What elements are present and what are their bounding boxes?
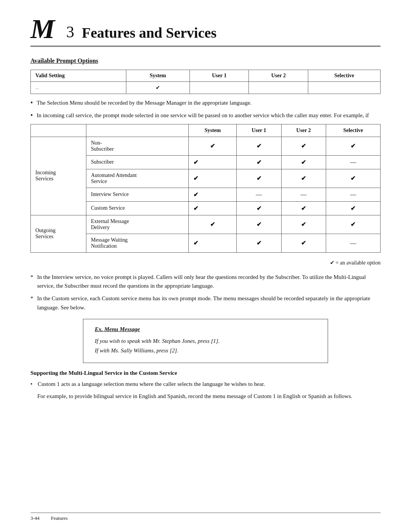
table-row: OutgoingServices External MessageDeliver… — [31, 215, 381, 234]
check-u1: ✔ — [237, 234, 281, 252]
example-box: Ex. Menu Message If you wish to speak wi… — [83, 319, 328, 363]
footnote-text-2: In the Custom service, each Custom servi… — [37, 294, 381, 312]
th-system: System — [189, 124, 237, 137]
col-selective: Selective — [308, 70, 381, 82]
check-u1: ✔ — [237, 215, 281, 234]
legend: ✔ = an available option — [30, 260, 381, 266]
check-u2: ✔ — [281, 169, 326, 188]
th-user1: User 1 — [237, 124, 281, 137]
prompt-options-table: Valid Setting System User 1 User 2 Selec… — [30, 70, 381, 94]
service-automated: Automated AttendantService — [86, 169, 188, 188]
check-sel: ✔ — [326, 137, 380, 155]
check-sel: ✔ — [326, 169, 380, 188]
check-sys: ✔ — [189, 155, 237, 169]
check-u2: ✔ — [281, 201, 326, 215]
check-u1: ✔ — [237, 201, 281, 215]
check-u1: ✔ — [237, 155, 281, 169]
footnote-text-1: In the Interview service, no voice promp… — [37, 273, 381, 291]
th-selective: Selective — [326, 124, 380, 137]
dash-sel: — — [326, 155, 380, 169]
bullet-text-2: In incoming call service, the prompt mod… — [37, 111, 381, 120]
check-u2: ✔ — [281, 215, 326, 234]
bullet-item-1: • The Selection Menu should be recorded … — [30, 99, 381, 107]
col-system: System — [126, 70, 190, 82]
th-service — [86, 124, 188, 137]
check-u1: ✔ — [237, 169, 281, 188]
service-custom: Custom Service — [86, 201, 188, 215]
sub-section-heading: Supporting the Multi-Lingual Service in … — [30, 370, 381, 376]
sub-section-para-2: For example, to provide bilingual servic… — [37, 392, 381, 401]
page-footer: 3-44 Features — [30, 513, 381, 521]
dash-sel: — — [326, 188, 380, 201]
sub-section-text-1: Custom 1 acts as a language selection me… — [38, 381, 265, 387]
check-u2: ✔ — [281, 155, 326, 169]
prompt-row-check: ✔ — [126, 82, 190, 94]
check-u1: ✔ — [237, 137, 281, 155]
bullet-text-1: The Selection Menu should be recorded by… — [37, 99, 381, 107]
sub-section-para-1: • Custom 1 acts as a language selection … — [30, 379, 381, 389]
service-subscriber: Subscriber — [86, 155, 188, 169]
check-u2: ✔ — [281, 137, 326, 155]
footnote-star-1: * — [30, 273, 33, 291]
page: M 3 Features and Services Available Prom… — [0, 0, 411, 532]
check-sel: ✔ — [326, 201, 380, 215]
footnote-section: * In the Interview service, no voice pro… — [30, 273, 381, 312]
service-interview: Interview Service — [86, 188, 188, 201]
group-incoming: IncomingServices — [31, 137, 86, 215]
bullet-section: • The Selection Menu should be recorded … — [30, 99, 381, 120]
dash-sel: — — [326, 234, 380, 252]
check-sys: ✔ — [189, 188, 237, 201]
bullet-sub-dot: • — [30, 381, 32, 387]
example-line-2: If with Ms. Sally Williams, press [2]. — [95, 346, 316, 356]
check-u2: ✔ — [281, 234, 326, 252]
check-sys: ✔ — [189, 137, 237, 155]
service-msg-waiting: Message WaitingNotification — [86, 234, 188, 252]
feature-table: System User 1 User 2 Selective IncomingS… — [30, 124, 381, 253]
group-outgoing: OutgoingServices — [31, 215, 86, 252]
dash-u2: — — [281, 188, 326, 201]
check-sys: ✔ — [189, 169, 237, 188]
footnote-1: * In the Interview service, no voice pro… — [30, 273, 381, 291]
table-row: IncomingServices Non-Subscriber ✔ ✔ ✔ ✔ — [31, 137, 381, 155]
check-sys: ✔ — [189, 215, 237, 234]
bullet-dot-2: • — [30, 111, 33, 120]
service-non-subscriber: Non-Subscriber — [86, 137, 188, 155]
page-title: Features and Services — [82, 24, 381, 43]
logo: M — [30, 15, 55, 43]
dash-u1: — — [237, 188, 281, 201]
bullet-dot-1: • — [30, 99, 33, 107]
footnote-2: * In the Custom service, each Custom ser… — [30, 294, 381, 312]
check-sys: ✔ — [189, 201, 237, 215]
bullet-item-2: • In incoming call service, the prompt m… — [30, 111, 381, 120]
footer-page: 3-44 — [30, 515, 40, 521]
prompt-row-cell: ... — [31, 82, 126, 94]
footnote-star-2: * — [30, 294, 33, 312]
col-valid-setting: Valid Setting — [31, 70, 126, 82]
page-header: M 3 Features and Services — [30, 15, 381, 47]
col-user2: User 2 — [249, 70, 308, 82]
th-group — [31, 124, 86, 137]
check-sys: ✔ — [189, 234, 237, 252]
chapter-number: 3 — [66, 23, 74, 43]
example-line-1: If you wish to speak with Mr. Stephan Jo… — [95, 336, 316, 346]
check-sel: ✔ — [326, 215, 380, 234]
service-external-msg: External MessageDelivery — [86, 215, 188, 234]
example-title: Ex. Menu Message — [95, 326, 316, 333]
th-user2: User 2 — [281, 124, 326, 137]
col-user1: User 1 — [190, 70, 249, 82]
section-title: Available Prompt Options — [30, 57, 381, 64]
footer-label: Features — [51, 515, 68, 521]
